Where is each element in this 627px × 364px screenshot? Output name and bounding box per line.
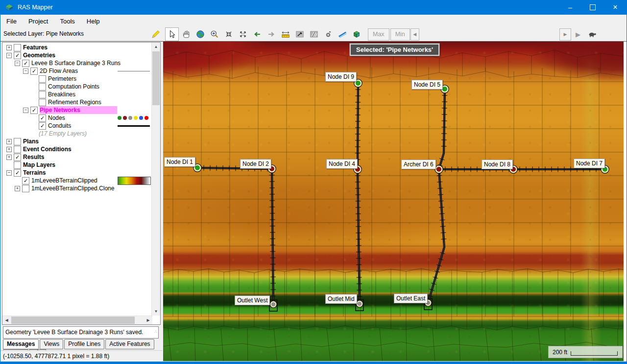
- scroll-right-icon[interactable]: ▶: [144, 316, 152, 324]
- collapse-icon[interactable]: −: [6, 53, 12, 58]
- cross-sections-icon[interactable]: [307, 27, 321, 41]
- checkbox[interactable]: ✓: [14, 169, 21, 177]
- collapse-icon[interactable]: −: [15, 61, 20, 66]
- tree-label: Nodes: [48, 114, 65, 122]
- zoom-extents-icon[interactable]: [193, 27, 207, 41]
- panel-tabs: MessagesViewsProfile LinesActive Feature…: [3, 339, 160, 349]
- tab-active-features[interactable]: Active Features: [105, 339, 154, 349]
- node-legend-dot: [123, 116, 127, 120]
- collapse-toolbar-button[interactable]: ◀: [410, 28, 419, 41]
- tree-item-perimeters[interactable]: Perimeters: [2, 75, 151, 83]
- checkbox[interactable]: ✓: [30, 107, 38, 114]
- scale-label: 200 ft: [553, 349, 567, 356]
- play-animation-icon[interactable]: ▶: [571, 27, 585, 41]
- forward-arrow-icon[interactable]: [265, 27, 278, 41]
- checkbox[interactable]: [39, 91, 46, 98]
- edit-pencil-icon[interactable]: [150, 29, 160, 39]
- collapse-icon[interactable]: −: [6, 170, 12, 176]
- min-button[interactable]: Min: [390, 28, 410, 41]
- tree-item-conduits[interactable]: ✓Conduits: [2, 122, 151, 130]
- zoom-window-in-icon[interactable]: [222, 27, 236, 41]
- tree-item-breaklines[interactable]: Breaklines: [2, 91, 151, 98]
- scroll-left-icon[interactable]: ◀: [2, 316, 11, 324]
- checkbox[interactable]: [14, 44, 21, 51]
- tree-item-refinement-regions[interactable]: Refinement Regions: [2, 98, 151, 106]
- message-log[interactable]: Geometry 'Levee B Surface Drainage 3 Run…: [3, 326, 159, 339]
- zoom-window-out-icon[interactable]: [236, 27, 250, 41]
- menu-file[interactable]: File: [0, 16, 23, 27]
- pan-tool-icon[interactable]: [179, 27, 193, 41]
- selected-layer-label: Selected Layer: Pipe Networks: [3, 30, 84, 37]
- tab-views[interactable]: Views: [40, 339, 63, 349]
- expand-icon[interactable]: +: [15, 186, 20, 191]
- collapse-icon[interactable]: −: [23, 68, 28, 74]
- water-surface-icon[interactable]: [336, 27, 349, 41]
- outlet-west-marker[interactable]: [269, 300, 277, 311]
- tree-item-terrains[interactable]: −✓Terrains: [2, 169, 151, 177]
- checkbox[interactable]: [39, 99, 46, 106]
- tree-item-geometries[interactable]: −✓Geometries: [2, 51, 151, 59]
- tree-item-1mleveebterrainclipped[interactable]: ✓1mLeveeBTerrainClipped: [2, 177, 151, 184]
- tree-item-pipe-networks[interactable]: −✓Pipe Networks: [2, 106, 151, 114]
- tree-item-computation-points[interactable]: Computation Points: [2, 83, 151, 91]
- tree-item-features[interactable]: +Features: [2, 44, 151, 51]
- checkbox[interactable]: [39, 75, 46, 83]
- menu-help[interactable]: Help: [81, 16, 106, 27]
- menu-tools[interactable]: Tools: [54, 16, 80, 27]
- tree-vertical-scrollbar[interactable]: ▲ ▼: [151, 43, 160, 316]
- checkbox[interactable]: [14, 146, 21, 153]
- collapse-icon[interactable]: −: [23, 108, 28, 113]
- checkbox[interactable]: [39, 83, 46, 91]
- ras-mapper-window: RAS Mapper – × FileProjectToolsHelp Sele…: [0, 0, 627, 364]
- expand-icon[interactable]: +: [6, 155, 12, 160]
- tree-label: Computation Points: [48, 83, 99, 91]
- view-3d-icon[interactable]: [350, 27, 363, 41]
- scroll-down-icon[interactable]: ▼: [152, 307, 160, 316]
- menu-project[interactable]: Project: [23, 16, 54, 27]
- tree-item-event-conditions[interactable]: +Event Conditions: [2, 145, 151, 153]
- expand-toolbar-button[interactable]: ▶: [559, 28, 571, 41]
- checkbox[interactable]: [14, 161, 21, 169]
- max-button[interactable]: Max: [368, 28, 389, 41]
- expand-icon[interactable]: +: [6, 147, 12, 152]
- tree-item-17-empty-layers[interactable]: (17 Empty Layers): [2, 130, 151, 137]
- checkbox[interactable]: ✓: [39, 122, 46, 130]
- render-settings-icon[interactable]: [321, 27, 335, 41]
- maximize-button[interactable]: [581, 0, 604, 15]
- checkbox[interactable]: [22, 185, 29, 192]
- animation-speed-turtle-icon[interactable]: [585, 27, 599, 41]
- back-arrow-icon[interactable]: [250, 27, 264, 41]
- tree-item-map-layers[interactable]: Map Layers: [2, 161, 151, 169]
- checkbox[interactable]: [14, 138, 21, 145]
- archer-di-6-label: Archer DI 6: [401, 159, 436, 169]
- tree-hscroll-thumb[interactable]: [11, 317, 135, 324]
- profile-plot-icon[interactable]: [293, 27, 307, 41]
- close-button[interactable]: ×: [604, 0, 627, 15]
- measure-ruler-icon[interactable]: [279, 27, 292, 41]
- tree-item-results[interactable]: +✓Results: [2, 153, 151, 161]
- tree-item-1mleveebterrainclipped-clone[interactable]: +1mLeveeBTerrainClipped.Clone: [2, 184, 151, 192]
- zoom-in-icon[interactable]: [208, 27, 221, 41]
- tree-item-plans[interactable]: +Plans: [2, 137, 151, 145]
- expand-icon[interactable]: +: [6, 45, 12, 50]
- checkbox[interactable]: ✓: [39, 114, 46, 122]
- tree-item-nodes[interactable]: ✓Nodes: [2, 114, 151, 122]
- tree-vscroll-thumb[interactable]: [152, 51, 160, 105]
- minimize-button[interactable]: –: [559, 0, 581, 15]
- checkbox[interactable]: ✓: [30, 68, 38, 75]
- tree-item-2d-flow-areas[interactable]: −✓2D Flow Areas: [2, 67, 151, 75]
- checkbox[interactable]: ✓: [14, 154, 21, 161]
- archer-di-6-marker[interactable]: [434, 165, 443, 174]
- scroll-up-icon[interactable]: ▲: [152, 43, 160, 51]
- tree-horizontal-scrollbar[interactable]: ◀ ▶: [2, 316, 152, 324]
- map-canvas[interactable]: Node DI 9Node DI 5Node DI 1Node DI 2Node…: [163, 42, 625, 361]
- title-bar[interactable]: RAS Mapper – ×: [0, 0, 627, 15]
- checkbox[interactable]: ✓: [14, 52, 21, 59]
- tree-item-levee-b-surface-drainage-3-runs[interactable]: −✓Levee B Surface Drainage 3 Runs: [2, 59, 151, 67]
- expand-icon[interactable]: +: [6, 139, 12, 144]
- tab-messages[interactable]: Messages: [3, 339, 39, 349]
- checkbox[interactable]: ✓: [22, 177, 29, 184]
- checkbox[interactable]: ✓: [22, 60, 29, 67]
- tab-profile-lines[interactable]: Profile Lines: [64, 339, 104, 349]
- select-tool-icon[interactable]: [165, 27, 179, 41]
